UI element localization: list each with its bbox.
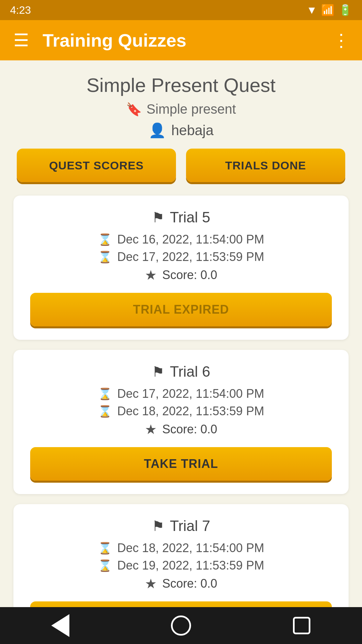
trial-name-3: Trial 7 [170, 518, 210, 534]
hourglass-start-icon-1: ⌛ [98, 233, 112, 246]
hourglass-start-icon-3: ⌛ [98, 541, 112, 555]
trial-start-date-2: ⌛ Dec 17, 2022, 11:54:00 PM [30, 387, 332, 401]
signal-icon: 📶 [321, 4, 335, 16]
end-date-label-3: Dec 19, 2022, 11:53:59 PM [117, 558, 264, 573]
recents-icon [293, 617, 310, 634]
quest-category: 🔖 Simple present [13, 102, 349, 117]
end-date-label-1: Dec 17, 2022, 11:53:59 PM [117, 250, 264, 264]
wifi-icon: ▼ [306, 4, 317, 16]
hamburger-icon[interactable]: ☰ [13, 32, 29, 49]
trial-score-1: ★ Score: 0.0 [30, 267, 332, 283]
trial-header-2: ⚑ Trial 6 [30, 363, 332, 380]
quest-header: Simple Present Quest 🔖 Simple present 👤 … [13, 74, 349, 139]
username-label: hebaja [171, 122, 214, 139]
status-bar: 4:23 ▼ 📶 🔋 [0, 0, 362, 20]
trial-score-3: ★ Score: 0.0 [30, 576, 332, 591]
trial-end-date-3: ⌛ Dec 19, 2022, 11:53:59 PM [30, 558, 332, 573]
trial-action-button-2[interactable]: TAKE TRIAL [30, 447, 332, 481]
bottom-nav [0, 607, 362, 644]
score-label-2: Score: 0.0 [162, 422, 217, 436]
trial-start-date-3: ⌛ Dec 18, 2022, 11:54:00 PM [30, 541, 332, 555]
trials-done-button[interactable]: TRIALS DONE [186, 149, 345, 182]
trial-score-2: ★ Score: 0.0 [30, 422, 332, 437]
quest-user: 👤 hebaja [13, 122, 349, 139]
flag-icon-2: ⚑ [152, 364, 165, 380]
flag-icon-1: ⚑ [152, 209, 165, 226]
action-buttons: QUEST SCORES TRIALS DONE [13, 149, 349, 182]
score-label-3: Score: 0.0 [162, 577, 217, 591]
score-label-1: Score: 0.0 [162, 268, 217, 282]
trial-action-button-1: TRIAL EXPIRED [30, 293, 332, 326]
home-button[interactable] [168, 612, 194, 639]
star-icon-1: ★ [145, 267, 157, 283]
back-button[interactable] [47, 612, 74, 639]
trial-name-2: Trial 6 [170, 363, 210, 380]
main-content: Simple Present Quest 🔖 Simple present 👤 … [0, 60, 362, 607]
app-bar: ☰ Training Quizzes ⋮ [0, 20, 362, 60]
hourglass-end-icon-2: ⌛ [98, 405, 112, 418]
trial-name-1: Trial 5 [170, 209, 210, 226]
category-label: Simple present [146, 102, 236, 117]
trial-header-3: ⚑ Trial 7 [30, 518, 332, 534]
trial-end-date-1: ⌛ Dec 17, 2022, 11:53:59 PM [30, 250, 332, 264]
start-date-label-3: Dec 18, 2022, 11:54:00 PM [117, 541, 264, 555]
trial-header-1: ⚑ Trial 5 [30, 209, 332, 226]
more-options-icon[interactable]: ⋮ [333, 30, 349, 50]
status-time: 4:23 [10, 4, 31, 16]
start-date-label-1: Dec 16, 2022, 11:54:00 PM [117, 232, 264, 247]
flag-icon-3: ⚑ [152, 518, 165, 534]
trial-card-3: ⚑ Trial 7 ⌛ Dec 18, 2022, 11:54:00 PM ⌛ … [13, 504, 349, 607]
trial-end-date-2: ⌛ Dec 18, 2022, 11:53:59 PM [30, 404, 332, 418]
home-icon [171, 615, 191, 636]
recents-button[interactable] [288, 612, 315, 639]
trial-card-1: ⚑ Trial 5 ⌛ Dec 16, 2022, 11:54:00 PM ⌛ … [13, 196, 349, 340]
app-title: Training Quizzes [43, 30, 333, 51]
star-icon-2: ★ [145, 422, 157, 437]
quest-scores-button[interactable]: QUEST SCORES [17, 149, 176, 182]
hourglass-end-icon-3: ⌛ [98, 559, 112, 572]
start-date-label-2: Dec 17, 2022, 11:54:00 PM [117, 387, 264, 401]
star-icon-3: ★ [145, 576, 157, 591]
status-right: ▼ 📶 🔋 [306, 4, 352, 16]
trial-start-date-1: ⌛ Dec 16, 2022, 11:54:00 PM [30, 232, 332, 247]
quest-title: Simple Present Quest [13, 74, 349, 96]
hourglass-start-icon-2: ⌛ [98, 387, 112, 400]
trial-card-2: ⚑ Trial 6 ⌛ Dec 17, 2022, 11:54:00 PM ⌛ … [13, 350, 349, 494]
trials-container: ⚑ Trial 5 ⌛ Dec 16, 2022, 11:54:00 PM ⌛ … [13, 196, 349, 607]
person-icon: 👤 [148, 122, 166, 139]
hourglass-end-icon-1: ⌛ [98, 250, 112, 264]
trial-action-button-3: NOT AVAILABLE [30, 601, 332, 607]
bookmark-icon: 🔖 [126, 102, 142, 117]
end-date-label-2: Dec 18, 2022, 11:53:59 PM [117, 404, 264, 418]
status-left: 4:23 [10, 4, 31, 16]
battery-icon: 🔋 [339, 4, 352, 16]
back-icon [51, 614, 69, 637]
